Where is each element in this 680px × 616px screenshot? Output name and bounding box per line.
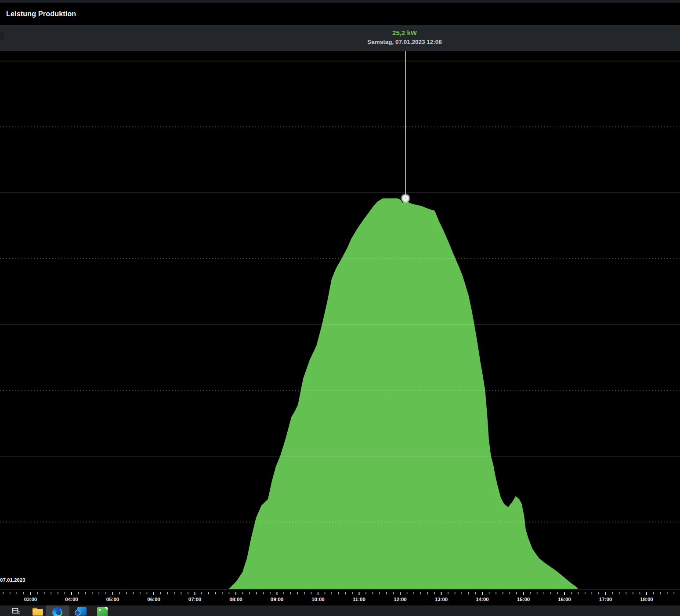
- task-view-icon: [12, 608, 20, 616]
- x-tick: [530, 592, 531, 594]
- x-tick-label: 04:00: [65, 597, 78, 602]
- x-tick: [201, 592, 202, 594]
- x-tick: [475, 592, 476, 594]
- tooltip-datetime: Samstag, 07.01.2023 12:08: [367, 39, 442, 45]
- x-tick: [174, 592, 175, 594]
- x-tick: [119, 592, 120, 594]
- x-tick: [23, 592, 24, 594]
- x-tick: [270, 592, 271, 594]
- x-tick: [283, 592, 284, 594]
- x-tick: [420, 592, 421, 594]
- x-tick-label: 12:00: [394, 597, 406, 602]
- x-tick: [578, 592, 579, 594]
- taskbar-button-task-view[interactable]: [12, 605, 22, 616]
- x-tick: [345, 592, 346, 594]
- x-tick: [462, 592, 463, 594]
- x-tick: [44, 592, 45, 594]
- taskbar-button-outlook[interactable]: [75, 605, 89, 616]
- x-tick: [181, 592, 182, 594]
- x-tick: [537, 592, 538, 594]
- x-tick: [133, 592, 134, 594]
- tooltip-panel: 25,2 kW Samstag, 07.01.2023 12:08: [0, 25, 680, 51]
- x-tick-label: 15:00: [517, 597, 530, 602]
- x-tick: [331, 592, 332, 594]
- x-tick: [277, 592, 278, 595]
- x-tick: [523, 592, 524, 595]
- windows-taskbar: [0, 605, 680, 616]
- x-tick: [667, 592, 668, 594]
- production-area-chart[interactable]: 03:0004:0005:0006:0007:0008:0009:0010:00…: [0, 0, 680, 616]
- x-tick: [496, 592, 496, 594]
- x-tick: [318, 592, 318, 595]
- x-tick: [510, 592, 510, 594]
- panel-edge-notch: [0, 32, 5, 40]
- x-tick-label: 18:00: [640, 597, 653, 602]
- x-tick: [51, 592, 52, 594]
- x-tick: [585, 592, 586, 594]
- x-tick: [646, 592, 647, 595]
- x-tick: [3, 592, 4, 594]
- x-tick: [188, 592, 188, 594]
- x-tick: [153, 592, 154, 595]
- tooltip-value: 25,2 kW: [367, 29, 442, 36]
- x-tick: [58, 592, 58, 594]
- x-tick: [235, 592, 236, 595]
- x-tick: [105, 592, 106, 594]
- x-tick: [311, 592, 312, 594]
- x-tick: [653, 592, 654, 594]
- x-tick: [413, 592, 414, 594]
- x-tick: [17, 592, 18, 594]
- x-tick: [304, 592, 305, 594]
- data-point-marker: [404, 197, 407, 200]
- x-tick-label: 05:00: [106, 597, 119, 602]
- x-tick: [249, 592, 250, 594]
- chart-title-bar: Leistung Produktion: [0, 3, 680, 25]
- x-tick: [407, 592, 408, 594]
- taskbar-button-edge[interactable]: [46, 605, 69, 616]
- marker-outer: [401, 195, 409, 202]
- x-tick: [338, 592, 339, 594]
- x-tick: [99, 592, 100, 594]
- x-tick: [85, 592, 86, 594]
- x-tick: [626, 592, 627, 594]
- x-tick: [167, 592, 168, 594]
- x-tick-label: 11:00: [353, 597, 365, 602]
- x-tick: [195, 592, 195, 595]
- x-tick-label: 09:00: [271, 597, 283, 602]
- x-tick: [557, 592, 558, 594]
- desktop-screenshot: { "window": { "title": "Leistung Produkt…: [0, 0, 680, 616]
- x-tick-label: 13:00: [435, 597, 448, 602]
- x-tick: [10, 592, 11, 594]
- x-tick: [516, 592, 517, 594]
- edge-browser-icon: [52, 607, 62, 616]
- taskbar-button-green-app[interactable]: [97, 605, 109, 616]
- x-tick: [147, 592, 148, 594]
- outlook-icon: [75, 607, 87, 616]
- x-tick-label: 03:00: [24, 597, 37, 602]
- x-tick: [290, 592, 291, 594]
- taskbar-button-file-explorer[interactable]: [33, 605, 44, 616]
- x-tick: [633, 592, 633, 594]
- page-title: Leistung Produktion: [6, 3, 76, 25]
- x-tick: [352, 592, 353, 594]
- x-tick: [660, 592, 661, 594]
- x-tick-label: 16:00: [558, 597, 571, 602]
- x-tick: [215, 592, 216, 594]
- x-tick: [674, 592, 675, 594]
- x-tick: [605, 592, 606, 595]
- x-tick: [297, 592, 298, 594]
- x-tick-label: 07:00: [188, 597, 201, 602]
- x-tick: [448, 592, 449, 594]
- x-tick: [393, 592, 394, 594]
- x-tick: [256, 592, 257, 594]
- x-tick: [30, 592, 31, 595]
- x-tick: [160, 592, 161, 594]
- x-tick: [140, 592, 141, 594]
- x-tick: [208, 592, 209, 594]
- marker-mid: [403, 196, 408, 201]
- x-tick: [598, 592, 599, 594]
- x-tick: [92, 592, 93, 594]
- x-tick: [544, 592, 545, 594]
- green-app-icon: [97, 607, 108, 616]
- x-tick: [550, 592, 551, 594]
